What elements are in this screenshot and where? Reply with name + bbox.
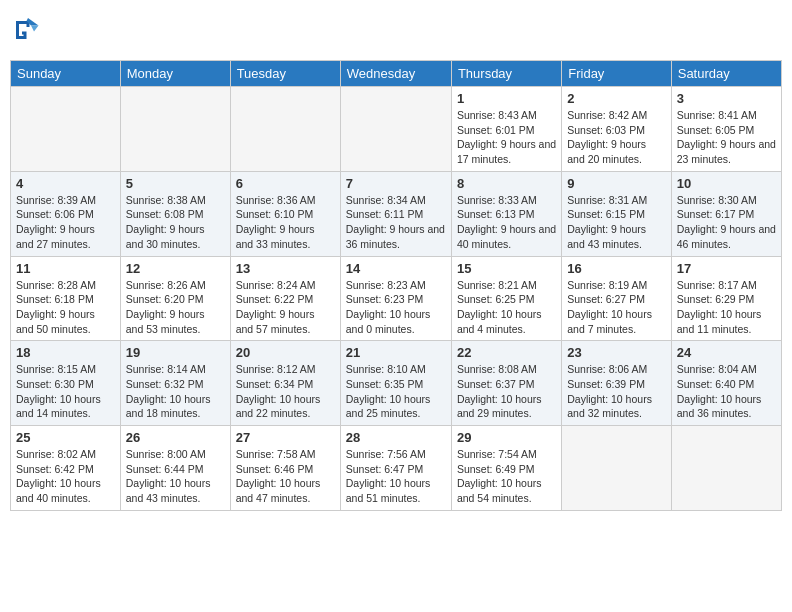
calendar-cell: 18Sunrise: 8:15 AMSunset: 6:30 PMDayligh… [11,341,121,426]
day-number: 29 [457,430,556,445]
calendar-cell [562,426,671,511]
calendar-cell: 17Sunrise: 8:17 AMSunset: 6:29 PMDayligh… [671,256,781,341]
day-info: Sunrise: 8:10 AMSunset: 6:35 PMDaylight:… [346,362,446,421]
day-info: Sunrise: 7:54 AMSunset: 6:49 PMDaylight:… [457,447,556,506]
calendar-cell: 25Sunrise: 8:02 AMSunset: 6:42 PMDayligh… [11,426,121,511]
calendar-cell: 13Sunrise: 8:24 AMSunset: 6:22 PMDayligh… [230,256,340,341]
day-number: 25 [16,430,115,445]
day-info: Sunrise: 8:34 AMSunset: 6:11 PMDaylight:… [346,193,446,252]
week-row-4: 18Sunrise: 8:15 AMSunset: 6:30 PMDayligh… [11,341,782,426]
calendar-cell: 27Sunrise: 7:58 AMSunset: 6:46 PMDayligh… [230,426,340,511]
calendar-cell: 4Sunrise: 8:39 AMSunset: 6:06 PMDaylight… [11,171,121,256]
day-number: 15 [457,261,556,276]
calendar-cell: 21Sunrise: 8:10 AMSunset: 6:35 PMDayligh… [340,341,451,426]
day-info: Sunrise: 8:36 AMSunset: 6:10 PMDaylight:… [236,193,335,252]
day-number: 10 [677,176,776,191]
day-info: Sunrise: 8:23 AMSunset: 6:23 PMDaylight:… [346,278,446,337]
page-header [10,10,782,50]
day-info: Sunrise: 8:28 AMSunset: 6:18 PMDaylight:… [16,278,115,337]
day-number: 27 [236,430,335,445]
day-number: 14 [346,261,446,276]
day-info: Sunrise: 8:19 AMSunset: 6:27 PMDaylight:… [567,278,665,337]
calendar-cell: 28Sunrise: 7:56 AMSunset: 6:47 PMDayligh… [340,426,451,511]
day-info: Sunrise: 8:43 AMSunset: 6:01 PMDaylight:… [457,108,556,167]
day-number: 12 [126,261,225,276]
day-number: 1 [457,91,556,106]
day-number: 23 [567,345,665,360]
day-info: Sunrise: 8:41 AMSunset: 6:05 PMDaylight:… [677,108,776,167]
day-number: 19 [126,345,225,360]
calendar-cell: 12Sunrise: 8:26 AMSunset: 6:20 PMDayligh… [120,256,230,341]
day-info: Sunrise: 8:15 AMSunset: 6:30 PMDaylight:… [16,362,115,421]
calendar-cell [671,426,781,511]
calendar-cell: 26Sunrise: 8:00 AMSunset: 6:44 PMDayligh… [120,426,230,511]
calendar-cell: 7Sunrise: 8:34 AMSunset: 6:11 PMDaylight… [340,171,451,256]
day-info: Sunrise: 7:56 AMSunset: 6:47 PMDaylight:… [346,447,446,506]
weekday-friday: Friday [562,61,671,87]
calendar-cell: 6Sunrise: 8:36 AMSunset: 6:10 PMDaylight… [230,171,340,256]
day-info: Sunrise: 8:12 AMSunset: 6:34 PMDaylight:… [236,362,335,421]
day-info: Sunrise: 8:42 AMSunset: 6:03 PMDaylight:… [567,108,665,167]
logo [10,15,44,45]
day-number: 2 [567,91,665,106]
week-row-1: 1Sunrise: 8:43 AMSunset: 6:01 PMDaylight… [11,87,782,172]
day-info: Sunrise: 8:33 AMSunset: 6:13 PMDaylight:… [457,193,556,252]
day-info: Sunrise: 8:38 AMSunset: 6:08 PMDaylight:… [126,193,225,252]
day-number: 17 [677,261,776,276]
day-number: 6 [236,176,335,191]
calendar-cell: 11Sunrise: 8:28 AMSunset: 6:18 PMDayligh… [11,256,121,341]
day-info: Sunrise: 8:02 AMSunset: 6:42 PMDaylight:… [16,447,115,506]
day-info: Sunrise: 8:31 AMSunset: 6:15 PMDaylight:… [567,193,665,252]
day-number: 28 [346,430,446,445]
day-info: Sunrise: 8:14 AMSunset: 6:32 PMDaylight:… [126,362,225,421]
day-number: 21 [346,345,446,360]
svg-rect-0 [10,15,40,45]
calendar-cell: 8Sunrise: 8:33 AMSunset: 6:13 PMDaylight… [451,171,561,256]
calendar-body: 1Sunrise: 8:43 AMSunset: 6:01 PMDaylight… [11,87,782,511]
weekday-monday: Monday [120,61,230,87]
calendar-cell: 19Sunrise: 8:14 AMSunset: 6:32 PMDayligh… [120,341,230,426]
day-number: 20 [236,345,335,360]
calendar-table: SundayMondayTuesdayWednesdayThursdayFrid… [10,60,782,511]
calendar-cell: 24Sunrise: 8:04 AMSunset: 6:40 PMDayligh… [671,341,781,426]
calendar-cell [120,87,230,172]
weekday-thursday: Thursday [451,61,561,87]
week-row-3: 11Sunrise: 8:28 AMSunset: 6:18 PMDayligh… [11,256,782,341]
day-number: 18 [16,345,115,360]
day-number: 16 [567,261,665,276]
week-row-2: 4Sunrise: 8:39 AMSunset: 6:06 PMDaylight… [11,171,782,256]
calendar-cell: 16Sunrise: 8:19 AMSunset: 6:27 PMDayligh… [562,256,671,341]
day-info: Sunrise: 8:24 AMSunset: 6:22 PMDaylight:… [236,278,335,337]
day-number: 24 [677,345,776,360]
logo-icon [10,15,40,45]
day-number: 22 [457,345,556,360]
calendar-cell: 1Sunrise: 8:43 AMSunset: 6:01 PMDaylight… [451,87,561,172]
day-info: Sunrise: 8:26 AMSunset: 6:20 PMDaylight:… [126,278,225,337]
day-number: 11 [16,261,115,276]
day-info: Sunrise: 8:08 AMSunset: 6:37 PMDaylight:… [457,362,556,421]
day-info: Sunrise: 8:04 AMSunset: 6:40 PMDaylight:… [677,362,776,421]
calendar-cell: 5Sunrise: 8:38 AMSunset: 6:08 PMDaylight… [120,171,230,256]
calendar-cell: 14Sunrise: 8:23 AMSunset: 6:23 PMDayligh… [340,256,451,341]
day-number: 9 [567,176,665,191]
calendar-cell [11,87,121,172]
weekday-header-row: SundayMondayTuesdayWednesdayThursdayFrid… [11,61,782,87]
day-number: 8 [457,176,556,191]
day-info: Sunrise: 8:30 AMSunset: 6:17 PMDaylight:… [677,193,776,252]
day-info: Sunrise: 8:39 AMSunset: 6:06 PMDaylight:… [16,193,115,252]
day-number: 3 [677,91,776,106]
day-info: Sunrise: 8:00 AMSunset: 6:44 PMDaylight:… [126,447,225,506]
calendar-cell: 15Sunrise: 8:21 AMSunset: 6:25 PMDayligh… [451,256,561,341]
calendar-cell: 2Sunrise: 8:42 AMSunset: 6:03 PMDaylight… [562,87,671,172]
calendar-cell: 9Sunrise: 8:31 AMSunset: 6:15 PMDaylight… [562,171,671,256]
day-info: Sunrise: 8:21 AMSunset: 6:25 PMDaylight:… [457,278,556,337]
weekday-wednesday: Wednesday [340,61,451,87]
calendar-cell: 29Sunrise: 7:54 AMSunset: 6:49 PMDayligh… [451,426,561,511]
day-number: 26 [126,430,225,445]
calendar-cell: 20Sunrise: 8:12 AMSunset: 6:34 PMDayligh… [230,341,340,426]
day-info: Sunrise: 8:17 AMSunset: 6:29 PMDaylight:… [677,278,776,337]
day-number: 7 [346,176,446,191]
calendar-cell [230,87,340,172]
weekday-saturday: Saturday [671,61,781,87]
calendar-cell: 3Sunrise: 8:41 AMSunset: 6:05 PMDaylight… [671,87,781,172]
